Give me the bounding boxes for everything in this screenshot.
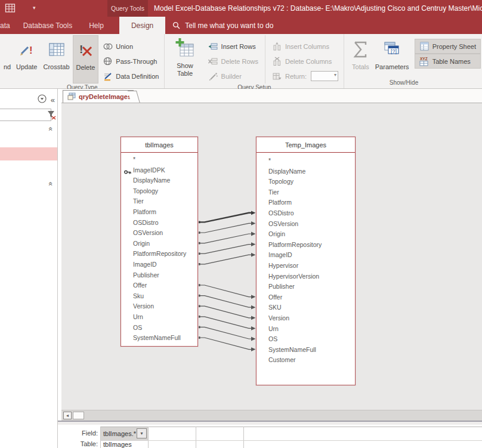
field-row-SystemNameFull[interactable]: SystemNameFull [121, 333, 197, 344]
field-row-Version[interactable]: Version [257, 313, 355, 324]
nav-menu-icon[interactable] [38, 94, 47, 106]
append-button-partial[interactable]: nd [1, 35, 13, 84]
field-row-Topology[interactable]: Topology [121, 186, 197, 197]
field-row-Sku[interactable]: Sku [121, 291, 197, 302]
grid-field-cell[interactable]: tblImages.* ▾ [101, 427, 148, 440]
grid-table-cell[interactable]: tblImages [103, 441, 132, 448]
parameters-button[interactable]: [?] Parameters [372, 35, 412, 79]
join-line-Origin[interactable] [198, 234, 251, 243]
field-row-Offer[interactable]: Offer [121, 280, 197, 291]
contextual-tab-query-tools[interactable]: Query Tools [107, 0, 148, 17]
field-row-Tier[interactable]: Tier [257, 187, 355, 198]
field-row-star[interactable]: * [121, 155, 197, 165]
join-line-Version[interactable] [198, 306, 251, 318]
table-box-Temp_Images[interactable]: Temp_Images*DisplayNameTopologyTierPlatf… [256, 137, 356, 385]
query-design-canvas[interactable]: tblImages*ImageIDPKDisplayNameTopologyTi… [61, 103, 482, 410]
field-row-Urn[interactable]: Urn [121, 312, 197, 323]
property-sheet-button[interactable]: Property Sheet [415, 39, 481, 54]
field-row-Platform[interactable]: Platform [257, 197, 355, 208]
crosstab-button[interactable]: Crosstab [40, 35, 72, 84]
field-row-HypervisorVersion[interactable]: HypervisorVersion [257, 271, 355, 282]
field-row-OSDistro[interactable]: OSDistro [121, 218, 197, 228]
field-row-PlatformRepository[interactable]: PlatformRepository [257, 240, 355, 251]
tab-external-data-partial[interactable]: ata [0, 17, 15, 34]
field-row-SystemNameFull[interactable]: SystemNameFull [257, 345, 355, 356]
join-line-Urn[interactable] [198, 317, 251, 329]
field-row-Publisher[interactable]: Publisher [257, 282, 355, 292]
field-name: Tier [133, 197, 144, 205]
pass-through-button[interactable]: Pass-Through [98, 54, 163, 69]
totals-button[interactable]: Totals [349, 35, 372, 79]
access-app-icon[interactable] [5, 3, 16, 14]
join-line-ImageID[interactable] [198, 255, 251, 264]
scrollbar-thumb[interactable] [73, 412, 84, 419]
table-box-tblImages[interactable]: tblImages*ImageIDPKDisplayNameTopologyTi… [120, 137, 198, 347]
pane-splitter[interactable] [58, 421, 482, 425]
collapse-group-icon[interactable]: « [47, 127, 55, 131]
field-row-OSVersion[interactable]: OSVersion [121, 228, 197, 239]
field-row-Customer[interactable]: Customer [257, 355, 355, 366]
tab-qrydeleteimages[interactable]: qryDeleteImages [63, 90, 134, 103]
data-definition-button[interactable]: Data Definition [98, 69, 163, 84]
shutter-bar-close-icon[interactable]: « [51, 95, 55, 104]
field-row-Offer[interactable]: Offer [257, 292, 355, 303]
nav-selected-item[interactable] [0, 147, 57, 160]
join-line-OSDistro[interactable] [198, 213, 251, 223]
field-row-OSDistro[interactable]: OSDistro [257, 208, 355, 219]
update-button[interactable]: ! Update [13, 35, 40, 84]
field-row-ImageID[interactable]: ImageID [257, 250, 355, 261]
tab-design[interactable]: Design [119, 17, 165, 34]
delete-button[interactable]: ! Delete [73, 35, 99, 84]
field-row-DisplayName[interactable]: DisplayName [121, 175, 197, 186]
tab-help[interactable]: Help [81, 17, 112, 34]
join-line-Sku[interactable] [198, 296, 251, 308]
field-row-SKU[interactable]: SKU [257, 302, 355, 313]
field-row-Publisher[interactable]: Publisher [121, 270, 197, 281]
scroll-left-icon[interactable]: ◂ [63, 412, 72, 419]
field-row-Hypervisor[interactable]: Hypervisor [257, 261, 355, 271]
field-row-star[interactable]: * [257, 156, 355, 166]
show-table-button[interactable]: Show Table [166, 35, 203, 84]
field-row-Origin[interactable]: Origin [257, 229, 355, 240]
field-row-OS[interactable]: OS [121, 323, 197, 333]
return-combobox[interactable]: ▾ [311, 71, 338, 81]
join-line-OS[interactable] [198, 327, 251, 339]
field-row-DisplayName[interactable]: DisplayName [257, 166, 355, 177]
table-names-icon: XYZ [419, 57, 430, 66]
tab-database-tools[interactable]: Database Tools [15, 17, 81, 34]
field-row-Origin[interactable]: Origin [121, 239, 197, 249]
field-row-ImageIDPK[interactable]: ImageIDPK [121, 165, 197, 176]
table-title[interactable]: tblImages [121, 137, 197, 153]
group-query-setup: Show Table Insert Rows Delete Rows [164, 34, 344, 88]
filter-clear-icon[interactable] [47, 110, 56, 120]
tell-me-search[interactable]: Tell me what you want to do [165, 17, 280, 34]
field-row-OS[interactable]: OS [257, 334, 355, 345]
join-line-OSVersion[interactable] [198, 223, 251, 233]
delete-rows-button[interactable]: Delete Rows [204, 54, 262, 69]
horizontal-scrollbar[interactable]: ◂ [61, 410, 482, 421]
field-row-Platform[interactable]: Platform [121, 207, 197, 218]
totals-sigma-icon [353, 38, 368, 61]
table-title[interactable]: Temp_Images [257, 137, 355, 153]
union-button[interactable]: Union [98, 39, 163, 54]
field-row-PlatformRepository[interactable]: PlatformRepository [121, 249, 197, 259]
field-row-OSVersion[interactable]: OSVersion [257, 219, 355, 230]
nav-search-input[interactable] [0, 109, 51, 121]
field-row-Version[interactable]: Version [121, 301, 197, 312]
join-line-Offer[interactable] [198, 285, 251, 297]
field-name: OSVersion [268, 220, 298, 227]
insert-rows-button[interactable]: Insert Rows [204, 39, 262, 54]
field-row-ImageID[interactable]: ImageID [121, 259, 197, 270]
delete-columns-button[interactable]: Delete Columns [268, 54, 342, 69]
table-names-button[interactable]: XYZ Table Names [415, 54, 481, 69]
field-row-Urn[interactable]: Urn [257, 324, 355, 335]
qat-customize-icon[interactable]: ▾ [33, 4, 36, 11]
join-line-PlatformRepository[interactable] [198, 245, 251, 254]
collapse-group-icon[interactable]: « [47, 182, 55, 186]
field-row-Topology[interactable]: Topology [257, 177, 355, 187]
join-line-SystemNameFull[interactable] [198, 338, 251, 350]
field-row-Tier[interactable]: Tier [121, 196, 197, 207]
builder-button[interactable]: Builder [204, 69, 262, 84]
field-dropdown-icon[interactable]: ▾ [137, 428, 147, 438]
insert-columns-button[interactable]: Insert Columns [268, 39, 342, 54]
